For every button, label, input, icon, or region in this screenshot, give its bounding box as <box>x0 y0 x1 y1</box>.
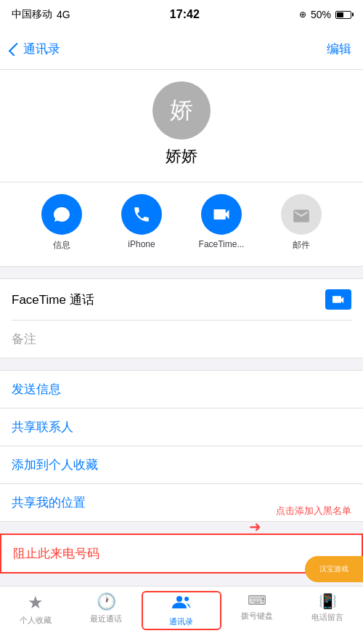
facetime-section-label: FaceTime 通话 <box>12 291 94 308</box>
watermark: 汉宝游戏 <box>305 556 363 582</box>
contacts-label: 通讯录 <box>169 616 193 627</box>
action-mail[interactable]: 邮件 <box>269 194 334 251</box>
facetime-video-button[interactable] <box>325 289 351 310</box>
mail-label: 邮件 <box>293 239 310 251</box>
contacts-people-icon <box>172 594 191 610</box>
recents-icon: 🕐 <box>97 592 116 611</box>
avatar-char: 娇 <box>170 94 193 126</box>
voicemail-label: 电话留言 <box>311 612 343 623</box>
facetime-icon-circle[interactable] <box>201 194 242 235</box>
network-label: 4G <box>57 9 70 20</box>
facetime-call-row[interactable]: FaceTime 通话 <box>12 279 351 321</box>
annotation-label: 点击添加入黑名单 <box>276 504 351 518</box>
tab-keypad[interactable]: ⌨ 拨号键盘 <box>221 592 293 621</box>
tab-bar: ★ 个人收藏 🕐 最近通话 通讯录 ⌨ 拨号键盘 📳 电话留言 <box>0 586 363 644</box>
status-bar: 中国移动 4G 17:42 ⊕ 50% <box>0 0 363 29</box>
contacts-icon <box>172 594 191 614</box>
annotation-arrow-icon: ➜ <box>249 519 261 536</box>
message-icon <box>52 204 72 225</box>
facetime-video-icon <box>211 204 232 225</box>
status-left: 中国移动 4G <box>12 8 70 21</box>
recents-label: 最近通话 <box>90 613 122 624</box>
svg-point-1 <box>184 597 189 601</box>
send-message-item[interactable]: 发送信息 <box>0 371 363 408</box>
share-contact-item[interactable]: 共享联系人 <box>0 408 363 446</box>
carrier-label: 中国移动 <box>12 8 52 21</box>
back-button[interactable]: 通讯录 <box>12 41 60 57</box>
action-facetime[interactable]: FaceTime... <box>189 194 254 251</box>
watermark-text: 汉宝游戏 <box>319 564 348 574</box>
list-section: 发送信息 共享联系人 添加到个人收藏 共享我的位置 <box>0 370 363 522</box>
message-label: 信息 <box>53 239 70 251</box>
location-icon: ⊕ <box>299 9 306 20</box>
notes-placeholder: 备注 <box>12 332 36 346</box>
facetime-label: FaceTime... <box>199 239 245 249</box>
phone-label: iPhone <box>128 239 155 249</box>
keypad-label: 拨号键盘 <box>241 611 273 621</box>
add-favorites-item[interactable]: 添加到个人收藏 <box>0 446 363 484</box>
avatar: 娇 <box>152 81 211 140</box>
tab-favorites[interactable]: ★ 个人收藏 <box>0 592 71 626</box>
tab-voicemail[interactable]: 📳 电话留言 <box>292 592 363 623</box>
video-camera-icon <box>331 294 346 305</box>
action-phone[interactable]: iPhone <box>109 194 174 251</box>
mail-icon-circle[interactable] <box>281 194 322 235</box>
avatar-section: 娇 娇娇 <box>0 70 363 182</box>
favorites-icon: ★ <box>28 592 44 613</box>
message-icon-circle[interactable] <box>41 194 82 235</box>
back-label: 通讯录 <box>23 41 60 57</box>
favorites-label: 个人收藏 <box>20 615 52 626</box>
svg-point-0 <box>176 596 182 602</box>
action-row: 信息 iPhone FaceTime... <box>0 182 363 267</box>
facetime-section: FaceTime 通话 备注 <box>0 278 363 358</box>
tab-recents[interactable]: 🕐 最近通话 <box>71 592 142 624</box>
notes-row[interactable]: 备注 <box>12 321 351 358</box>
tab-contacts[interactable]: 通讯录 <box>142 591 221 630</box>
back-chevron-icon <box>9 42 22 55</box>
battery-icon <box>335 11 351 19</box>
mail-icon <box>292 206 311 222</box>
edit-button[interactable]: 编辑 <box>327 41 351 57</box>
time-label: 17:42 <box>170 8 200 21</box>
voicemail-icon: 📳 <box>319 592 337 610</box>
keypad-icon: ⌨ <box>248 592 266 608</box>
nav-bar: 通讯录 编辑 <box>0 29 363 70</box>
contact-name: 娇娇 <box>166 145 197 167</box>
status-right: ⊕ 50% <box>299 9 351 20</box>
battery-label: 50% <box>311 9 331 20</box>
phone-icon <box>132 205 151 224</box>
phone-icon-circle[interactable] <box>121 194 162 235</box>
action-message[interactable]: 信息 <box>29 194 94 251</box>
